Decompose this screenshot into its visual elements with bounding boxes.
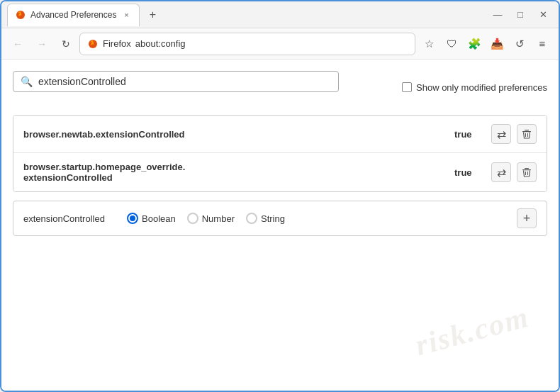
- pref-actions-2: ⇄: [491, 162, 537, 182]
- minimize-button[interactable]: —: [488, 5, 508, 25]
- page-content: 🔍 Show only modified preferences browser…: [1, 60, 559, 391]
- radio-string[interactable]: String: [246, 213, 285, 224]
- forward-button[interactable]: →: [31, 33, 52, 55]
- url-display[interactable]: about:config: [135, 38, 408, 49]
- bookmark-icon[interactable]: ☆: [418, 33, 439, 55]
- pref-value-1: true: [454, 129, 483, 140]
- close-button[interactable]: ✕: [533, 5, 553, 25]
- search-row: 🔍 Show only modified preferences: [13, 71, 547, 103]
- show-modified-label: Show only modified preferences: [416, 82, 547, 93]
- add-pref-button[interactable]: +: [517, 208, 537, 228]
- radio-number[interactable]: Number: [187, 213, 235, 224]
- pref-value-2: true: [454, 167, 483, 178]
- window-controls: — □ ✕: [488, 5, 553, 25]
- active-tab[interactable]: Advanced Preferences ×: [7, 4, 140, 26]
- swap-icon-2[interactable]: ⇄: [491, 162, 511, 182]
- show-modified-option[interactable]: Show only modified preferences: [402, 82, 547, 93]
- toolbar: ← → ↻ Firefox about:config ☆ 🛡 🧩 📥 ↺ ≡: [1, 28, 559, 60]
- radio-boolean[interactable]: Boolean: [127, 213, 176, 224]
- radio-number-label: Number: [202, 213, 235, 224]
- tab-firefox-icon: [15, 9, 26, 21]
- address-bar[interactable]: Firefox about:config: [79, 33, 415, 55]
- tab-close-button[interactable]: ×: [121, 9, 132, 21]
- type-radio-group: Boolean Number String: [127, 213, 505, 224]
- reload-button[interactable]: ↻: [55, 33, 77, 55]
- pref-actions-1: ⇄: [491, 124, 537, 144]
- svg-rect-7: [525, 168, 529, 169]
- new-pref-name: extensionControlled: [23, 213, 116, 224]
- show-modified-checkbox[interactable]: [402, 82, 412, 92]
- menu-icon[interactable]: ≡: [532, 33, 553, 55]
- browser-name-label: Firefox: [103, 38, 131, 49]
- delete-icon-2[interactable]: [517, 162, 537, 182]
- shield-icon[interactable]: 🛡: [441, 33, 462, 55]
- new-tab-button[interactable]: +: [142, 5, 162, 25]
- toolbar-icons: ☆ 🛡 🧩 📥 ↺ ≡: [418, 33, 553, 55]
- pref-name-2: browser.startup.homepage_override. exten…: [23, 162, 446, 183]
- search-icon: 🔍: [21, 76, 33, 87]
- svg-rect-6: [522, 169, 531, 170]
- table-row: browser.newtab.extensionControlled true …: [13, 116, 547, 153]
- table-row: browser.startup.homepage_override. exten…: [13, 153, 547, 191]
- radio-boolean-circle: [127, 213, 138, 224]
- maximize-button[interactable]: □: [510, 5, 530, 25]
- new-pref-row: extensionControlled Boolean Number: [13, 201, 547, 236]
- pref-name-1: browser.newtab.extensionControlled: [23, 129, 446, 140]
- delete-icon-1[interactable]: [517, 124, 537, 144]
- swap-icon-1[interactable]: ⇄: [491, 124, 511, 144]
- tab-title: Advanced Preferences: [30, 10, 116, 20]
- results-table: browser.newtab.extensionControlled true …: [13, 115, 547, 192]
- title-bar: Advanced Preferences × + — □ ✕: [1, 1, 559, 28]
- firefox-icon: [87, 38, 99, 50]
- download-icon[interactable]: 📥: [486, 33, 508, 55]
- radio-string-label: String: [261, 213, 285, 224]
- svg-rect-2: [522, 131, 531, 132]
- radio-string-circle: [246, 213, 257, 224]
- svg-rect-3: [525, 130, 529, 130]
- history-icon[interactable]: ↺: [509, 33, 530, 55]
- search-bar-container: 🔍: [13, 71, 339, 92]
- radio-boolean-label: Boolean: [142, 213, 176, 224]
- radio-number-circle: [187, 213, 198, 224]
- search-input[interactable]: [38, 76, 331, 87]
- back-button[interactable]: ←: [7, 33, 28, 55]
- extension-icon[interactable]: 🧩: [464, 33, 485, 55]
